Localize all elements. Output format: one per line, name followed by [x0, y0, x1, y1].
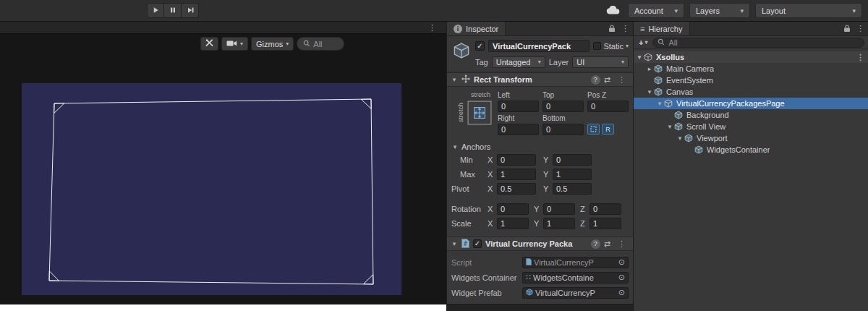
presets-icon[interactable]: ⇄: [604, 75, 610, 85]
layer-value: UI: [576, 58, 584, 67]
axis-y-label: Y: [534, 219, 543, 228]
foldout-open-icon[interactable]: ▾: [451, 76, 458, 83]
layer-label: Layer: [549, 58, 569, 67]
tab-hierarchy[interactable]: ≡ Hierarchy: [634, 22, 690, 35]
layers-dropdown[interactable]: Layers ▾: [689, 3, 750, 18]
presets-icon[interactable]: ⇄: [604, 239, 610, 249]
kebab-menu-icon[interactable]: ⋮: [853, 22, 868, 35]
lock-icon[interactable]: [841, 22, 853, 35]
foldout-open-icon[interactable]: ▾: [646, 88, 653, 95]
script-component-header[interactable]: ▾ # ✓ Virtual Currency Packa ? ⇄ ⋮: [447, 237, 633, 251]
pivot-x-input[interactable]: 0.5: [497, 183, 536, 195]
script-component-body: Script VirtualCurrencyP ⊙ Widgets Contai…: [447, 251, 633, 304]
pivot-y-input[interactable]: 0.5: [553, 183, 592, 195]
scene-search-input[interactable]: All: [297, 37, 344, 51]
raw-edit-mode-toggle[interactable]: R: [602, 124, 614, 135]
anchors-min-row: Min X 0 Y 0: [451, 153, 629, 167]
blueprint-mode-toggle[interactable]: [587, 124, 600, 135]
top-input[interactable]: 0: [542, 101, 584, 112]
account-dropdown[interactable]: Account ▾: [628, 3, 684, 18]
inspector-tabbar: i Inspector ⋮: [447, 22, 633, 36]
foldout-open-icon[interactable]: ▾: [636, 54, 643, 61]
anchors-max-row: Max X 1 Y 1: [451, 167, 629, 182]
hierarchy-item-xsollus[interactable]: ▾ Xsollus ⋮: [634, 51, 868, 63]
rotation-x-input[interactable]: 0: [497, 203, 529, 215]
widget-prefab-field[interactable]: VirtualCurrencyP ⊙: [522, 287, 629, 299]
scene-view-header: ⋮: [0, 22, 446, 34]
kebab-menu-icon[interactable]: ⋮: [614, 239, 629, 249]
right-input[interactable]: 0: [498, 124, 539, 135]
kebab-menu-icon[interactable]: ⋮: [425, 23, 440, 33]
anchors-max-y-input[interactable]: 1: [553, 169, 592, 180]
anchors-min-x-input[interactable]: 0: [497, 154, 536, 166]
cloud-icon: [606, 6, 620, 16]
foldout-open-icon[interactable]: ▾: [451, 240, 458, 247]
object-picker-icon[interactable]: ⊙: [617, 273, 626, 282]
hierarchy-item-background[interactable]: Background: [634, 109, 868, 121]
rect-transform-header[interactable]: ▾ Rect Transform ? ⇄ ⋮: [447, 72, 633, 87]
anchors-min-y-input[interactable]: 0: [553, 154, 592, 166]
gameobject-name-field[interactable]: VirtualCurrencyPack: [488, 40, 590, 52]
layer-dropdown[interactable]: UI ▾: [572, 56, 629, 68]
active-checkbox[interactable]: ✓: [475, 41, 485, 51]
widget-prefab-label: Widget Prefab: [451, 289, 519, 297]
kebab-menu-icon[interactable]: ⋮: [618, 22, 633, 35]
hierarchy-item-virtualcurrencypackagespage[interactable]: ▾ VirtualCurrencyPackagesPage: [634, 98, 868, 109]
bottom-input[interactable]: 0: [542, 124, 584, 135]
chevron-down-icon: ▾: [644, 39, 647, 46]
step-button[interactable]: [182, 3, 199, 18]
pos-z-input[interactable]: 0: [587, 101, 629, 112]
lock-icon[interactable]: [606, 22, 618, 35]
static-checkbox[interactable]: [593, 42, 601, 50]
foldout-open-icon[interactable]: ▾: [676, 135, 684, 142]
layout-dropdown[interactable]: Layout ▾: [755, 3, 862, 18]
script-object-field[interactable]: VirtualCurrencyP ⊙: [522, 257, 629, 268]
hierarchy-item-widgetscontainer[interactable]: WidgetsContainer: [634, 144, 868, 156]
hierarchy-item-canvas[interactable]: ▾ Canvas: [634, 86, 868, 98]
hierarchy-item-label: VirtualCurrencyPackagesPage: [676, 99, 785, 108]
hierarchy-item-label: Viewport: [697, 134, 728, 142]
ui-canvas-region[interactable]: [22, 83, 401, 295]
foldout-open-icon[interactable]: ▾: [666, 123, 673, 130]
hierarchy-item-viewport[interactable]: ▾ Viewport: [634, 132, 868, 144]
pause-button[interactable]: [164, 3, 182, 18]
left-input[interactable]: 0: [498, 101, 539, 112]
tag-dropdown[interactable]: Untagged ▾: [492, 56, 545, 68]
scene-tools-button[interactable]: [200, 37, 218, 51]
tab-inspector[interactable]: i Inspector: [447, 22, 506, 35]
widgets-container-field[interactable]: ∷ WidgetsContaine ⊙: [522, 272, 629, 284]
scale-row: Scale X 1 Y 1 Z 1: [451, 216, 629, 231]
hierarchy-item-scroll-view[interactable]: ▾ Scroll View: [634, 121, 868, 132]
toolbar-right-group: Account ▾ Layers ▾ Layout ▾: [603, 3, 862, 18]
stretch-h-label: stretch: [471, 91, 490, 98]
component-enabled-checkbox[interactable]: ✓: [473, 239, 482, 248]
gizmos-dropdown[interactable]: Gizmos ▾: [251, 37, 294, 51]
kebab-menu-icon[interactable]: ⋮: [614, 75, 629, 85]
hierarchy-search-input[interactable]: All: [652, 38, 864, 48]
hierarchy-tab-label: Hierarchy: [648, 25, 682, 33]
object-picker-icon[interactable]: ⊙: [617, 288, 626, 297]
scale-z-input[interactable]: 1: [590, 218, 621, 229]
rotation-z-input[interactable]: 0: [590, 203, 621, 215]
foldout-open-icon[interactable]: ▾: [656, 100, 663, 107]
anchor-preset-button[interactable]: [467, 101, 492, 127]
help-icon[interactable]: ?: [591, 239, 600, 249]
scale-x-input[interactable]: 1: [497, 218, 529, 229]
static-toggle[interactable]: Static ▾: [593, 42, 629, 51]
search-icon: [303, 40, 310, 48]
anchors-max-x-input[interactable]: 1: [497, 169, 536, 180]
create-object-button[interactable]: + ▾: [637, 38, 649, 47]
anchors-foldout[interactable]: ▾ Anchors: [451, 141, 629, 153]
scale-y-input[interactable]: 1: [543, 218, 575, 229]
play-button[interactable]: [147, 3, 164, 18]
help-icon[interactable]: ?: [591, 75, 600, 85]
foldout-open-icon[interactable]: ▾: [451, 143, 459, 150]
cloud-services-button[interactable]: [603, 3, 623, 18]
hierarchy-item-main-camera[interactable]: ▸ Main Camera: [634, 63, 868, 74]
object-picker-icon[interactable]: ⊙: [617, 257, 626, 267]
hierarchy-item-eventsystem[interactable]: EventSystem: [634, 74, 868, 86]
scene-camera-button[interactable]: ▾: [221, 37, 248, 51]
rotation-y-input[interactable]: 0: [543, 203, 575, 215]
kebab-menu-icon[interactable]: ⋮: [853, 53, 868, 62]
foldout-closed-icon[interactable]: ▸: [646, 65, 653, 72]
